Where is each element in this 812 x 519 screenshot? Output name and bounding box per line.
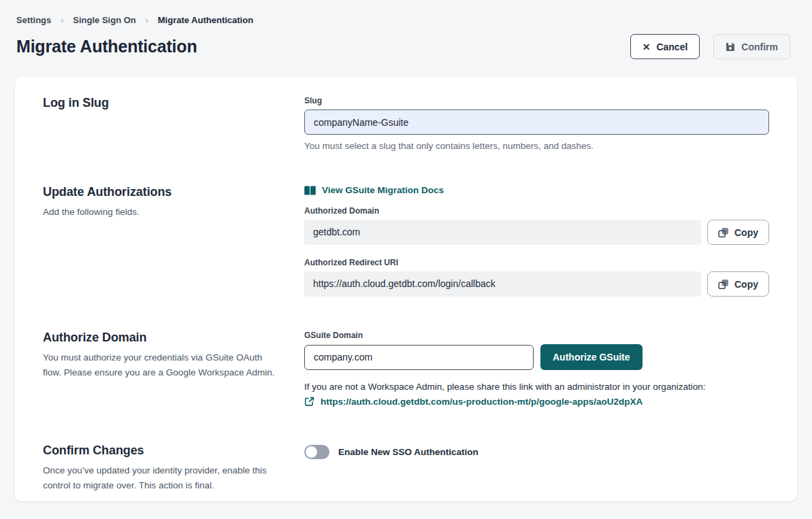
copy-redirect-uri-button[interactable]: Copy xyxy=(707,271,769,297)
authorized-domain-row: getdbt.com Copy xyxy=(304,220,769,245)
section-description: You must authorize your credentials via … xyxy=(43,350,281,380)
page-header: Settings › Single Sign On › Migrate Auth… xyxy=(0,0,812,59)
copy-button-label: Copy xyxy=(734,227,758,238)
breadcrumb: Settings › Single Sign On › Migrate Auth… xyxy=(16,15,796,25)
section-heading: Log in Slug xyxy=(43,96,304,110)
workspace-admin-note: If you are not a Workspace Admin, please… xyxy=(304,382,769,392)
page-title: Migrate Authentication xyxy=(16,37,197,56)
enable-sso-toggle-label: Enable New SSO Authentication xyxy=(338,447,478,457)
slug-helper-text: You must select a slug that only contain… xyxy=(304,141,769,151)
breadcrumb-single-sign-on[interactable]: Single Sign On xyxy=(73,15,135,25)
section-authorize-domain-left: Authorize Domain You must authorize your… xyxy=(43,331,304,409)
slug-input[interactable] xyxy=(304,110,769,135)
redirect-uri-row: https://auth.cloud.getdbt.com/login/call… xyxy=(304,271,769,297)
title-row: Migrate Authentication ✕ Cancel Confirm xyxy=(16,34,796,59)
authorize-gsuite-button[interactable]: Authorize GSuite xyxy=(540,344,643,370)
section-confirm-changes-left: Confirm Changes Once you’ve updated your… xyxy=(43,443,304,492)
breadcrumb-migrate-authentication: Migrate Authentication xyxy=(158,15,253,25)
section-description: Add the following fields. xyxy=(43,205,281,220)
authorized-domain-value: getdbt.com xyxy=(304,220,701,245)
section-confirm-changes: Confirm Changes Once you’ve updated your… xyxy=(43,443,769,492)
admin-share-link-label: https://auth.cloud.getdbt.com/us-product… xyxy=(321,397,643,407)
section-update-authorizations: Update Authorizations Add the following … xyxy=(43,185,769,297)
book-icon xyxy=(304,186,316,195)
cancel-button-label: Cancel xyxy=(656,41,687,52)
cancel-button[interactable]: ✕ Cancel xyxy=(630,34,700,59)
copy-icon xyxy=(718,227,729,238)
section-heading: Confirm Changes xyxy=(43,443,304,458)
section-authorize-domain: Authorize Domain You must authorize your… xyxy=(43,331,769,409)
enable-sso-toggle[interactable] xyxy=(304,445,329,459)
section-description: Once you’ve updated your identity provid… xyxy=(43,463,281,492)
enable-sso-toggle-row: Enable New SSO Authentication xyxy=(304,445,769,459)
gsuite-domain-label: GSuite Domain xyxy=(304,331,769,340)
confirm-button-label: Confirm xyxy=(741,41,778,52)
breadcrumb-settings[interactable]: Settings xyxy=(16,15,51,25)
copy-button-label: Copy xyxy=(734,279,758,290)
gsuite-migration-docs-link-label: View GSuite Migration Docs xyxy=(322,185,444,195)
gsuite-domain-input[interactable] xyxy=(304,345,534,370)
confirm-button[interactable]: Confirm xyxy=(713,34,790,59)
section-authorize-domain-right: GSuite Domain Authorize GSuite If you ar… xyxy=(304,331,769,409)
save-icon xyxy=(726,42,735,52)
section-heading: Authorize Domain xyxy=(43,331,304,345)
toggle-knob xyxy=(306,446,317,458)
chevron-right-icon: › xyxy=(146,16,148,25)
admin-share-link[interactable]: https://auth.cloud.getdbt.com/us-product… xyxy=(304,397,643,407)
section-update-authorizations-left: Update Authorizations Add the following … xyxy=(43,185,304,297)
section-heading: Update Authorizations xyxy=(43,185,304,199)
section-confirm-changes-right: Enable New SSO Authentication xyxy=(304,443,769,492)
external-link-icon xyxy=(304,397,314,407)
section-login-slug-left: Log in Slug xyxy=(43,96,304,151)
section-login-slug: Log in Slug Slug You must select a slug … xyxy=(43,96,769,151)
migrate-authentication-card: Log in Slug Slug You must select a slug … xyxy=(15,77,797,501)
section-login-slug-right: Slug You must select a slug that only co… xyxy=(304,96,769,151)
redirect-uri-label: Authorized Redirect URI xyxy=(304,258,769,267)
section-update-authorizations-right: View GSuite Migration Docs Authorized Do… xyxy=(304,185,769,297)
header-actions: ✕ Cancel Confirm xyxy=(630,34,796,59)
redirect-uri-value: https://auth.cloud.getdbt.com/login/call… xyxy=(304,271,701,297)
gsuite-domain-row: Authorize GSuite xyxy=(304,344,769,370)
copy-authorized-domain-button[interactable]: Copy xyxy=(707,220,769,245)
authorized-domain-label: Authorized Domain xyxy=(304,206,769,216)
x-icon: ✕ xyxy=(643,42,651,52)
slug-label: Slug xyxy=(304,96,769,105)
chevron-right-icon: › xyxy=(61,16,63,25)
copy-icon xyxy=(718,279,729,290)
gsuite-migration-docs-link[interactable]: View GSuite Migration Docs xyxy=(304,185,444,195)
